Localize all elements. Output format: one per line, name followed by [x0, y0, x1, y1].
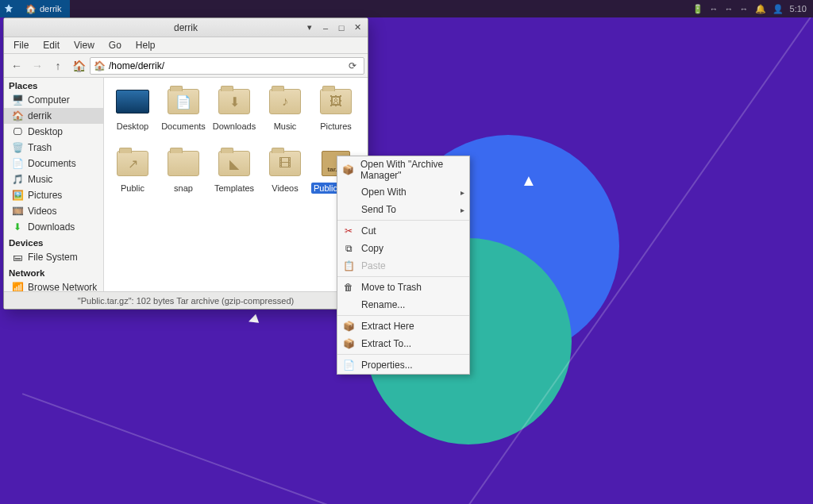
file-item-desktop[interactable]: Desktop: [107, 84, 158, 146]
menu-go[interactable]: Go: [102, 38, 128, 52]
context-item-open-with[interactable]: Open With: [337, 183, 469, 201]
file-item-videos[interactable]: 🎞Videos: [260, 146, 310, 208]
sidebar-item-music[interactable]: 🎵Music: [4, 171, 103, 187]
resize-icon[interactable]: ↔: [725, 4, 734, 13]
sidebar-item-desktop[interactable]: 🖵Desktop: [4, 124, 103, 140]
window-close-button[interactable]: ✕: [350, 21, 364, 34]
sidebar-item-label: Trash: [28, 142, 52, 153]
resize-icon[interactable]: ↔: [710, 4, 719, 13]
file-item-public[interactable]: ↗Public: [107, 146, 158, 208]
context-menu-separator: [337, 276, 469, 277]
sidebar-item-icon: 🖥️: [12, 94, 23, 106]
context-item-label: Paste: [361, 260, 386, 271]
context-item-label: Open With: [361, 187, 406, 198]
context-item-icon: ⧉: [342, 242, 355, 255]
refresh-icon[interactable]: ⟳: [345, 60, 360, 71]
sidebar-item-label: Browse Network: [28, 282, 97, 291]
sidebar-item-downloads[interactable]: ⬇Downloads: [4, 219, 103, 235]
taskbar-item-file-manager[interactable]: 🏠 derrik: [17, 0, 70, 17]
context-item-extract-to[interactable]: 📦Extract To...: [337, 335, 469, 352]
status-bar: "Public.tar.gz": 102 bytes Tar archive (…: [4, 291, 368, 309]
context-item-copy[interactable]: ⧉Copy: [337, 240, 469, 257]
resize-icon[interactable]: ↔: [740, 4, 749, 13]
folder-icon: ↗: [115, 148, 150, 179]
sidebar-heading-devices: Devices: [4, 235, 103, 249]
sidebar-item-label: derrik: [28, 110, 52, 121]
nav-home-button[interactable]: 🏠: [69, 56, 88, 75]
clock[interactable]: 5:10: [790, 4, 807, 13]
file-label: Templates: [212, 183, 256, 194]
sidebar-item-derrik[interactable]: 🏠derrik: [4, 108, 103, 124]
window-titlebar[interactable]: derrik ▾ – □ ✕: [4, 18, 368, 37]
file-item-templates[interactable]: ◣Templates: [209, 146, 260, 208]
battery-icon[interactable]: 🔋: [692, 4, 703, 14]
context-item-icon: 🗑: [342, 281, 355, 294]
user-icon[interactable]: 👤: [773, 4, 784, 14]
file-label: Desktop: [114, 121, 151, 132]
sidebar-item-videos[interactable]: 🎞️Videos: [4, 203, 103, 219]
menu-edit[interactable]: Edit: [37, 38, 66, 52]
context-item-label: Cut: [361, 225, 376, 237]
window-maximize-button[interactable]: □: [334, 21, 349, 34]
toolbar: ← → ↑ 🏠 🏠 ⟳: [4, 54, 368, 78]
file-manager-window: derrik ▾ – □ ✕ FileEditViewGoHelp ← → ↑ …: [3, 17, 368, 310]
context-item-open-with-archive-manager[interactable]: 📦Open With "Archive Manager": [337, 156, 469, 183]
context-menu-separator: [337, 315, 469, 316]
context-item-properties[interactable]: 📄Properties...: [337, 356, 469, 374]
sidebar-item-pictures[interactable]: 🖼️Pictures: [4, 187, 103, 203]
file-label: Videos: [269, 183, 300, 194]
window-minimize-icon[interactable]: ▾: [302, 21, 317, 34]
context-menu-separator: [337, 220, 469, 221]
status-text: "Public.tar.gz": 102 bytes Tar archive (…: [78, 296, 294, 306]
context-item-icon: 📄: [342, 359, 355, 371]
context-item-rename[interactable]: Rename...: [337, 296, 469, 314]
menu-file[interactable]: File: [7, 38, 35, 52]
file-item-music[interactable]: ♪Music: [260, 84, 310, 146]
context-item-label: Move to Trash: [361, 282, 422, 293]
menu-view[interactable]: View: [67, 38, 101, 52]
nav-up-button[interactable]: ↑: [48, 56, 67, 75]
menu-help[interactable]: Help: [129, 38, 162, 52]
file-icon-view[interactable]: Desktop📄Documents⬇Downloads♪Music🖼Pictur…: [104, 78, 368, 291]
sidebar-item-browse-network[interactable]: 📶Browse Network: [4, 279, 103, 291]
file-item-pictures[interactable]: 🖼Pictures: [310, 84, 361, 146]
path-input[interactable]: [109, 60, 341, 71]
app-launcher-icon[interactable]: [0, 0, 17, 17]
sidebar-item-icon: 🖴: [12, 252, 23, 263]
sidebar-item-file-system[interactable]: 🖴File System: [4, 249, 103, 265]
path-bar[interactable]: 🏠 ⟳: [90, 57, 364, 75]
window-minimize-button[interactable]: –: [318, 21, 333, 34]
context-item-send-to[interactable]: Send To: [337, 201, 469, 218]
context-item-extract-here[interactable]: 📦Extract Here: [337, 317, 469, 335]
context-item-icon: 📦: [342, 164, 354, 176]
file-label: Pictures: [318, 121, 354, 132]
taskbar-item-label: derrik: [40, 4, 62, 13]
nav-forward-button[interactable]: →: [28, 56, 47, 75]
home-icon: 🏠: [94, 60, 106, 71]
menubar: FileEditViewGoHelp: [4, 37, 368, 54]
nav-back-button[interactable]: ←: [7, 56, 26, 75]
context-item-label: Open With "Archive Manager": [360, 159, 461, 181]
context-item-cut[interactable]: ✂Cut: [337, 222, 469, 240]
file-item-documents[interactable]: 📄Documents: [158, 84, 209, 146]
notification-icon[interactable]: 🔔: [755, 4, 766, 14]
system-tray: 🔋 ↔ ↔ ↔ 🔔 👤 5:10: [686, 4, 813, 14]
file-label: Documents: [159, 121, 208, 132]
sidebar-item-trash[interactable]: 🗑️Trash: [4, 140, 103, 156]
context-item-label: Send To: [361, 204, 396, 215]
sidebar-item-documents[interactable]: 📄Documents: [4, 156, 103, 171]
file-label: Public: [118, 183, 147, 194]
file-item-downloads[interactable]: ⬇Downloads: [209, 84, 260, 146]
context-item-label: Extract Here: [361, 321, 414, 332]
context-item-icon: 📦: [342, 337, 355, 350]
context-item-icon: [342, 186, 355, 198]
sidebar-item-computer[interactable]: 🖥️Computer: [4, 92, 103, 108]
folder-icon: [166, 148, 201, 179]
sidebar-item-label: Pictures: [28, 190, 62, 201]
context-item-move-to-trash[interactable]: 🗑Move to Trash: [337, 279, 469, 296]
context-item-icon: [342, 203, 355, 216]
context-item-label: Copy: [361, 243, 383, 254]
top-panel: 🏠 derrik 🔋 ↔ ↔ ↔ 🔔 👤 5:10: [0, 0, 813, 17]
file-item-snap[interactable]: snap: [158, 146, 209, 208]
context-item-paste: 📋Paste: [337, 257, 469, 275]
